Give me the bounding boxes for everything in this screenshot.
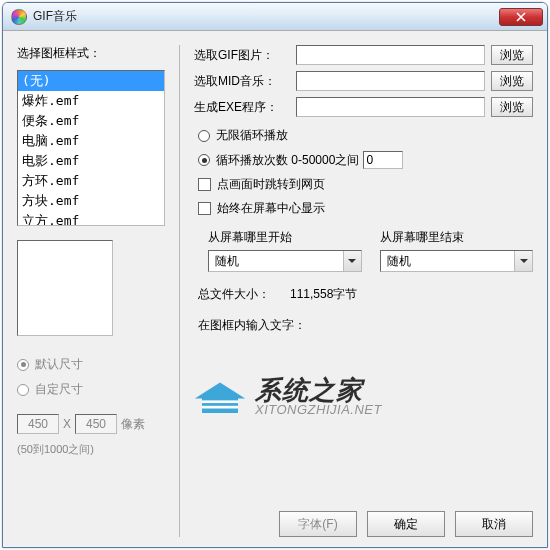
check-center[interactable]: 始终在屏幕中心显示 xyxy=(198,200,533,217)
check-jump-web[interactable]: 点画面时跳转到网页 xyxy=(198,176,533,193)
size-info: 总文件大小： 111,558字节 xyxy=(194,286,533,303)
radio-label: 自定尺寸 xyxy=(35,381,83,398)
browse-exe-button[interactable]: 浏览 xyxy=(491,97,533,117)
dimension-hint: (50到1000之间) xyxy=(17,442,165,457)
ok-button[interactable]: 确定 xyxy=(367,511,445,537)
radio-loop-count[interactable]: 循环播放次数 0-50000之间 xyxy=(198,152,359,169)
end-position: 从屏幕哪里结束 随机 xyxy=(380,229,534,272)
checkbox-icon xyxy=(198,178,211,191)
frame-style-label: 选择图框样式： xyxy=(17,45,165,62)
combo-value: 随机 xyxy=(209,253,343,270)
frame-text-label: 在图框内输入文字： xyxy=(194,317,533,334)
close-button[interactable] xyxy=(499,8,543,26)
check-label: 点画面时跳转到网页 xyxy=(217,176,325,193)
end-label: 从屏幕哪里结束 xyxy=(380,229,534,246)
list-item[interactable]: 便条.emf xyxy=(18,111,164,131)
start-combo[interactable]: 随机 xyxy=(208,250,362,272)
radio-custom-size[interactable]: 自定尺寸 xyxy=(17,381,165,398)
list-item[interactable]: 方环.emf xyxy=(18,171,164,191)
app-icon xyxy=(11,9,27,25)
dim-x: X xyxy=(63,417,71,431)
right-panel: 选取GIF图片： 浏览 选取MID音乐： 浏览 生成EXE程序： 浏览 无限循环… xyxy=(194,45,533,537)
gif-row: 选取GIF图片： 浏览 xyxy=(194,45,533,65)
mid-field[interactable] xyxy=(296,71,485,91)
vertical-divider xyxy=(179,45,180,537)
height-input[interactable] xyxy=(75,414,117,434)
window-title: GIF音乐 xyxy=(33,8,499,25)
left-panel: 选择图框样式： (无)爆炸.emf便条.emf电脑.emf电影.emf方环.em… xyxy=(17,45,165,537)
gif-field[interactable] xyxy=(296,45,485,65)
loop-count-input[interactable] xyxy=(363,151,403,169)
end-combo[interactable]: 随机 xyxy=(380,250,534,272)
loop-count-row: 循环播放次数 0-50000之间 xyxy=(198,151,533,169)
chevron-down-icon xyxy=(514,251,532,271)
font-button[interactable]: 字体(F) xyxy=(279,511,357,537)
dim-unit: 像素 xyxy=(121,416,145,433)
list-item[interactable]: 爆炸.emf xyxy=(18,91,164,111)
preview-box xyxy=(17,240,113,336)
frame-style-list[interactable]: (无)爆炸.emf便条.emf电脑.emf电影.emf方环.emf方块.emf立… xyxy=(17,70,165,226)
radio-dot-icon xyxy=(17,384,29,396)
playback-options: 无限循环播放 循环播放次数 0-50000之间 点画面时跳转到网页 始终在屏幕中… xyxy=(194,127,533,217)
size-label: 总文件大小： xyxy=(198,286,270,303)
exe-label: 生成EXE程序： xyxy=(194,99,290,116)
check-label: 始终在屏幕中心显示 xyxy=(217,200,325,217)
gif-label: 选取GIF图片： xyxy=(194,47,290,64)
chevron-down-icon xyxy=(343,251,361,271)
exe-row: 生成EXE程序： 浏览 xyxy=(194,97,533,117)
radio-dot-icon xyxy=(198,130,210,142)
list-item[interactable]: 方块.emf xyxy=(18,191,164,211)
dialog-body: 选择图框样式： (无)爆炸.emf便条.emf电脑.emf电影.emf方环.em… xyxy=(3,31,547,547)
radio-default-size[interactable]: 默认尺寸 xyxy=(17,356,165,373)
titlebar: GIF音乐 xyxy=(3,3,547,31)
checkbox-icon xyxy=(198,202,211,215)
list-item[interactable]: 立方.emf xyxy=(18,211,164,226)
exe-field[interactable] xyxy=(296,97,485,117)
dimension-inputs: X 像素 xyxy=(17,414,165,434)
list-item[interactable]: (无) xyxy=(18,71,164,91)
dimension-radio-group: 默认尺寸 自定尺寸 xyxy=(17,356,165,398)
mid-label: 选取MID音乐： xyxy=(194,73,290,90)
radio-dot-icon xyxy=(198,154,210,166)
dialog-window: GIF音乐 选择图框样式： (无)爆炸.emf便条.emf电脑.emf电影.em… xyxy=(2,2,548,548)
cancel-button[interactable]: 取消 xyxy=(455,511,533,537)
browse-mid-button[interactable]: 浏览 xyxy=(491,71,533,91)
radio-label: 默认尺寸 xyxy=(35,356,83,373)
start-position: 从屏幕哪里开始 随机 xyxy=(208,229,362,272)
footer-buttons: 字体(F) 确定 取消 xyxy=(194,501,533,537)
radio-label: 循环播放次数 0-50000之间 xyxy=(216,152,359,169)
radio-label: 无限循环播放 xyxy=(216,127,288,144)
radio-infinite-loop[interactable]: 无限循环播放 xyxy=(198,127,533,144)
radio-dot-icon xyxy=(17,359,29,371)
position-row: 从屏幕哪里开始 随机 从屏幕哪里结束 随机 xyxy=(194,229,533,272)
list-item[interactable]: 电脑.emf xyxy=(18,131,164,151)
size-value: 111,558字节 xyxy=(290,286,357,303)
mid-row: 选取MID音乐： 浏览 xyxy=(194,71,533,91)
list-item[interactable]: 电影.emf xyxy=(18,151,164,171)
width-input[interactable] xyxy=(17,414,59,434)
close-icon xyxy=(516,12,526,22)
start-label: 从屏幕哪里开始 xyxy=(208,229,362,246)
combo-value: 随机 xyxy=(381,253,515,270)
browse-gif-button[interactable]: 浏览 xyxy=(491,45,533,65)
